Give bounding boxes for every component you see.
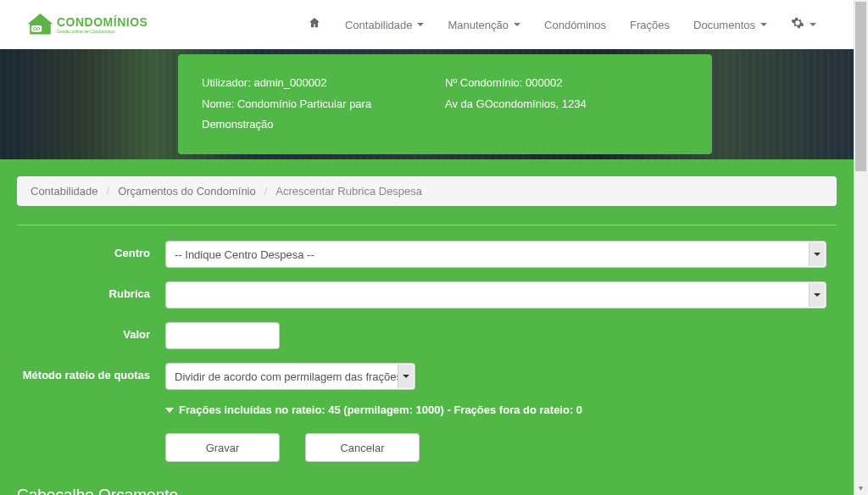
- chevron-down-icon: [165, 408, 174, 413]
- logo-house-icon: GO: [25, 12, 55, 37]
- nav-label: Documentos: [693, 19, 755, 31]
- nav-label: Manutenção: [448, 19, 509, 31]
- metodo-select[interactable]: Dividir de acordo com permilagem das fra…: [165, 363, 415, 390]
- breadcrumb-sep: /: [107, 185, 110, 197]
- nav-documentos[interactable]: Documentos: [682, 10, 779, 40]
- fracoes-toggle[interactable]: Frações incluídas no rateio: 45 (permila…: [165, 403, 837, 416]
- valor-input[interactable]: [165, 322, 280, 349]
- logo-brand-text: CONDOMÍNIOS: [57, 15, 147, 29]
- breadcrumb: Contabilidade / Orçamentos do Condomínio…: [17, 176, 837, 206]
- nav-links: Contabilidade Manutenção Condóminos Fraç…: [296, 8, 828, 42]
- scroll-down-arrow-icon[interactable]: ▾: [854, 481, 868, 495]
- gear-icon: [791, 16, 804, 33]
- section-heading: Cabeçalho Orçamento: [17, 486, 837, 495]
- metodo-label: Método rateio de quotas: [17, 363, 165, 383]
- valor-label: Valor: [17, 322, 165, 342]
- nav-manutencao[interactable]: Manutenção: [436, 10, 532, 40]
- cancelar-button[interactable]: Cancelar: [305, 433, 420, 462]
- centro-select[interactable]: -- Indique Centro Despesa --: [165, 241, 826, 268]
- scrollbar[interactable]: ▴ ▾: [854, 0, 868, 495]
- nav-fracoes[interactable]: Frações: [618, 10, 682, 40]
- info-name: Nome: Condomínio Particular para Demonst…: [202, 94, 445, 136]
- condo-info-card: Utilizador: admin_000002 Nome: Condomíni…: [178, 54, 712, 154]
- breadcrumb-current: Acrescentar Rubrica Despesa: [275, 185, 422, 197]
- caret-down-icon: [514, 23, 520, 26]
- info-address: Av da GOcondomínios, 1234: [445, 94, 688, 115]
- divider: [17, 225, 837, 225]
- logo-tagline: Gestão online de Condomínios: [57, 29, 147, 34]
- nav-contabilidade[interactable]: Contabilidade: [333, 10, 437, 40]
- breadcrumb-sep: /: [264, 185, 268, 197]
- rubrica-label: Rubrica: [17, 281, 165, 302]
- rubrica-select[interactable]: [165, 281, 826, 309]
- info-condo-num: Nº Condomínio: 000002: [445, 73, 688, 94]
- fracoes-text: Frações incluídas no rateio: 45 (permila…: [179, 403, 582, 416]
- breadcrumb-orcamentos[interactable]: Orçamentos do Condomínio: [118, 185, 256, 197]
- nav-home[interactable]: [296, 8, 333, 42]
- nav-label: Condóminos: [544, 19, 606, 31]
- caret-down-icon: [810, 23, 816, 26]
- info-user: Utilizador: admin_000002: [202, 73, 445, 94]
- caret-down-icon: [760, 23, 767, 26]
- navbar: GO CONDOMÍNIOS Gestão online de Condomín…: [0, 0, 854, 49]
- nav-label: Frações: [630, 19, 670, 31]
- nav-condominos[interactable]: Condóminos: [532, 10, 618, 40]
- breadcrumb-contabilidade[interactable]: Contabilidade: [31, 185, 98, 197]
- nav-label: Contabilidade: [345, 19, 413, 31]
- caret-down-icon: [417, 23, 424, 26]
- centro-label: Centro: [17, 241, 165, 261]
- gravar-button[interactable]: Gravar: [165, 433, 280, 462]
- hero-banner: Utilizador: admin_000002 Nome: Condomíni…: [0, 49, 854, 159]
- nav-settings[interactable]: [779, 8, 828, 42]
- scrollbar-thumb[interactable]: [855, 2, 866, 171]
- logo[interactable]: GO CONDOMÍNIOS Gestão online de Condomín…: [25, 12, 147, 37]
- main-panel: Contabilidade / Orçamentos do Condomínio…: [0, 159, 854, 495]
- svg-text:GO: GO: [33, 26, 40, 31]
- home-icon: [308, 16, 321, 33]
